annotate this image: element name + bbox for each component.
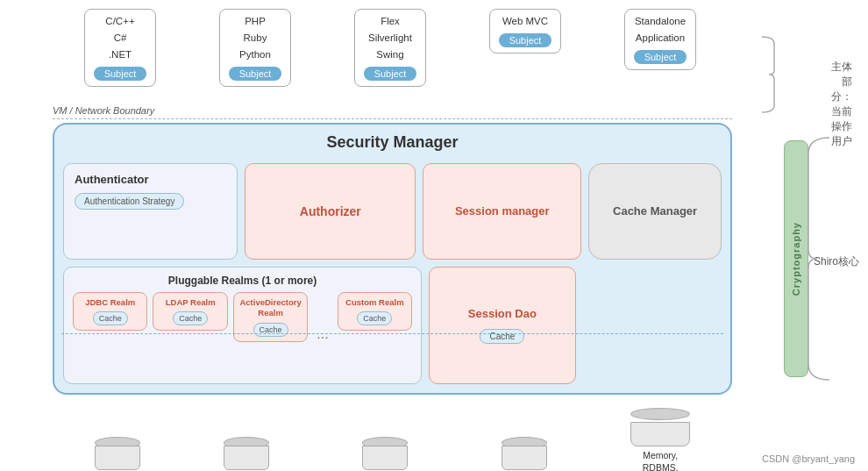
sm-inner: Authenticator Authentication Strategy Au…	[63, 163, 722, 384]
cryptography-text: Cryptography	[791, 222, 801, 296]
cylinder-memory-top	[630, 408, 690, 420]
subject-standalone: Standalone Application Subject	[624, 9, 697, 70]
datastore-memory: Memory,RDBMS,BigTable, etc.	[630, 408, 690, 471]
vm-boundary-label: VM / Network Boundary	[53, 105, 154, 116]
session-manager-title: Session manager	[455, 203, 550, 219]
authorizer-title: Authorizer	[300, 204, 361, 218]
subject-standalone-title: Standalone	[635, 15, 686, 28]
security-manager-title: Security Manager	[54, 125, 730, 157]
cylinder-proprietary-body	[502, 446, 547, 470]
main-label-text: 主体部分：当前操作用户	[831, 60, 852, 149]
subject-php: PHP Ruby Python Subject	[219, 9, 292, 87]
cylinder-memory	[630, 408, 690, 446]
auth-strategy-badge: Authentication Strategy	[75, 193, 184, 210]
session-dao-title: Session Dao	[468, 307, 537, 322]
session-manager-box: Session manager	[423, 163, 581, 260]
subject-cpp-badge: Subject	[94, 67, 147, 81]
subject-webmvc-title: Web MVC	[502, 15, 548, 28]
cylinder-ldap-body	[224, 446, 269, 470]
subject-cpp-title3: .NET	[109, 48, 132, 61]
ds-memory-label: Memory,RDBMS,BigTable, etc.	[633, 450, 688, 471]
realm-custom: Custom Realm Cache	[338, 292, 412, 331]
boundary-line	[53, 118, 732, 119]
realm-ad: ActiveDirectory Realm Cache	[233, 292, 308, 342]
security-manager-box: Security Manager Authenticator Authentic…	[53, 123, 732, 395]
subjects-area: C/C++ C# .NET Subject PHP Ruby Python Su…	[53, 9, 728, 96]
subject-flex-badge: Subject	[364, 67, 417, 81]
cylinder-memory-body	[630, 422, 690, 446]
realm-ldap: LDAP Realm Cache	[153, 292, 227, 331]
authenticator-box: Authenticator Authentication Strategy	[63, 163, 238, 260]
datastore-proprietary: Proprietary	[502, 437, 547, 471]
realm-jdbc: JDBC Realm Cache	[73, 292, 147, 331]
cylinder-ad-body	[362, 446, 408, 470]
subject-php-title: PHP	[245, 15, 266, 28]
subject-cpp-title: C/C++	[105, 15, 134, 28]
realm-ldap-name: LDAP Realm	[166, 297, 216, 308]
subject-webmvc: Web MVC Subject	[489, 9, 562, 54]
subject-webmvc-badge: Subject	[499, 33, 552, 47]
cylinder-ldap	[224, 437, 269, 470]
realms-row: JDBC Realm Cache LDAP Realm Cache Active…	[73, 292, 412, 376]
datastore-ldap: LDAP	[224, 437, 269, 471]
datastore-rdbms: RDBMS	[95, 437, 140, 471]
pluggable-realms-box: Pluggable Realms (1 or more) JDBC Realm …	[63, 267, 422, 384]
shiro-brace	[805, 136, 831, 382]
realm-ad-cache: Cache	[253, 323, 288, 337]
subject-flex-title2: Silverlight	[368, 32, 412, 45]
subject-flex: Flex Silverlight Swing Subject	[354, 9, 427, 87]
subject-flex-title: Flex	[381, 15, 400, 28]
sm-bottom-row: Pluggable Realms (1 or more) JDBC Realm …	[63, 267, 722, 384]
subject-standalone-title2: Application	[636, 32, 685, 45]
main-container: C/C++ C# .NET Subject PHP Ruby Python Su…	[0, 0, 868, 471]
cylinder-rdbms-body	[95, 446, 140, 470]
sm-bottom-spacer	[583, 267, 722, 384]
authorizer-box: Authorizer	[245, 163, 416, 260]
cache-manager-box: Cache Manager	[588, 163, 722, 260]
realm-dots: ...	[313, 326, 331, 342]
datastore-ad: Active Directory	[353, 437, 418, 471]
realm-ldap-cache: Cache	[173, 311, 208, 325]
cylinder-ad	[362, 437, 408, 470]
datastores-area: RDBMS LDAP Active Directory Proprietary	[53, 408, 732, 471]
cylinder-rdbms	[95, 437, 140, 470]
subject-php-title2: Ruby	[244, 32, 267, 45]
realm-ad-name: ActiveDirectory Realm	[239, 297, 302, 319]
cylinder-proprietary	[502, 437, 547, 470]
subject-flex-title3: Swing	[376, 48, 403, 61]
authenticator-title: Authenticator	[75, 173, 149, 186]
cache-manager-title: Cache Manager	[613, 203, 697, 219]
subject-cpp-title2: C#	[114, 32, 127, 45]
realm-custom-cache: Cache	[357, 311, 392, 325]
dashed-separator	[61, 333, 723, 334]
subject-cpp: C/C++ C# .NET Subject	[84, 9, 157, 87]
realm-jdbc-name: JDBC Realm	[85, 297, 135, 308]
csdn-footer: CSDN @bryant_yang	[762, 453, 855, 464]
realm-custom-name: Custom Realm	[345, 297, 404, 308]
pluggable-title: Pluggable Realms (1 or more)	[73, 275, 412, 287]
subject-php-badge: Subject	[229, 67, 282, 81]
session-dao-box: Session Dao Cache	[429, 267, 576, 384]
subject-php-title3: Python	[239, 48, 271, 61]
subject-standalone-badge: Subject	[634, 50, 687, 64]
realm-jdbc-cache: Cache	[93, 311, 128, 325]
session-dao-cache: Cache	[480, 329, 524, 344]
sm-top-row: Authenticator Authentication Strategy Au…	[63, 163, 722, 260]
